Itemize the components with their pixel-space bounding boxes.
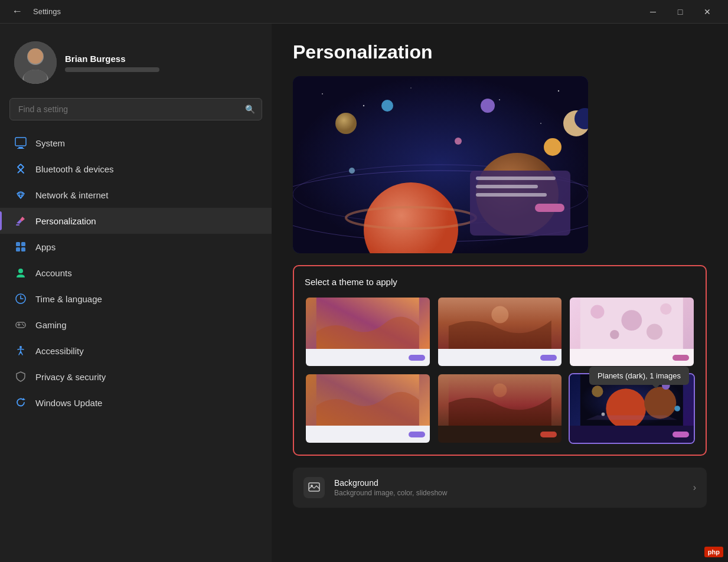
svg-point-24 <box>558 90 559 92</box>
theme-card-1[interactable] <box>305 296 431 367</box>
panel-line-2 <box>476 185 538 188</box>
apps-icon <box>14 240 27 253</box>
time-icon <box>14 292 27 305</box>
sidebar-label-gaming: Gaming <box>35 320 67 330</box>
theme-2-color <box>540 355 557 361</box>
wallpaper-panel <box>470 171 570 236</box>
search-input[interactable] <box>9 98 262 120</box>
svg-point-56 <box>662 382 670 390</box>
sidebar-label-network: Network & internet <box>35 190 108 200</box>
theme-card-4[interactable] <box>305 373 431 444</box>
svg-point-22 <box>410 87 412 89</box>
sidebar-item-apps[interactable]: Apps <box>0 234 272 260</box>
svg-rect-5 <box>15 138 26 146</box>
svg-point-38 <box>455 138 462 145</box>
svg-rect-8 <box>16 224 19 226</box>
theme-3-bg <box>570 298 694 349</box>
sidebar-label-update: Windows Update <box>35 398 102 408</box>
theme-3-color <box>672 355 689 361</box>
title-bar: ← Settings ─ □ ✕ <box>0 0 728 24</box>
title-bar-controls: ─ □ ✕ <box>639 0 721 24</box>
svg-point-51 <box>493 383 507 397</box>
main-content: Personalization <box>272 24 728 562</box>
theme-card-3[interactable] <box>569 296 695 367</box>
svg-point-23 <box>499 99 500 100</box>
background-section[interactable]: Background Background image, color, slid… <box>293 468 707 508</box>
title-bar-title: Settings <box>33 7 61 16</box>
theme-1-bg <box>306 298 430 349</box>
theme-6-color <box>672 432 689 437</box>
user-info: Brian Burgess <box>65 54 159 72</box>
page-title: Personalization <box>293 41 707 63</box>
title-bar-left: ← Settings <box>7 3 61 20</box>
user-email-bar <box>65 67 159 72</box>
accessibility-icon <box>14 344 27 357</box>
svg-point-55 <box>592 385 603 397</box>
svg-point-34 <box>544 138 561 156</box>
svg-point-35 <box>381 100 393 112</box>
svg-point-57 <box>675 406 681 411</box>
svg-point-20 <box>322 93 323 94</box>
svg-point-17 <box>23 325 24 326</box>
svg-point-21 <box>363 105 364 106</box>
close-button[interactable]: ✕ <box>694 0 721 24</box>
theme-2-footer <box>438 349 562 366</box>
theme-3-footer <box>570 349 694 366</box>
bluetooth-icon <box>14 162 27 175</box>
sidebar-item-accessibility[interactable]: Accessibility <box>0 338 272 364</box>
svg-point-42 <box>491 306 508 324</box>
svg-rect-10 <box>21 242 25 246</box>
maximize-button[interactable]: □ <box>667 0 694 24</box>
background-subtitle: Background image, color, slideshow <box>334 489 447 497</box>
theme-section: Select a theme to apply <box>293 265 707 456</box>
theme-2-bg <box>438 298 562 349</box>
gaming-icon <box>14 318 27 331</box>
theme-card-2[interactable] <box>437 296 563 367</box>
theme-5-color <box>540 432 557 437</box>
minimize-button[interactable]: ─ <box>639 0 667 24</box>
sidebar-label-privacy: Privacy & security <box>35 372 106 382</box>
svg-point-3 <box>28 48 43 64</box>
svg-point-47 <box>610 330 619 339</box>
theme-6-footer <box>570 426 694 443</box>
sidebar-item-privacy[interactable]: Privacy & security <box>0 364 272 390</box>
sidebar-item-system[interactable]: System <box>0 130 272 156</box>
search-box: 🔍 <box>9 98 262 120</box>
theme-4-bg <box>306 374 430 426</box>
background-title: Background <box>334 478 447 488</box>
sidebar-label-accounts: Accounts <box>35 268 72 278</box>
sidebar-label-accessibility: Accessibility <box>35 346 84 356</box>
theme-1-footer <box>306 349 430 366</box>
background-chevron-icon: › <box>693 482 696 493</box>
nav-list: System Bluetooth & devices <box>0 130 272 416</box>
theme-5-bg <box>438 374 562 426</box>
sidebar-item-bluetooth[interactable]: Bluetooth & devices <box>0 156 272 182</box>
sidebar-item-gaming[interactable]: Gaming <box>0 312 272 338</box>
theme-card-6[interactable] <box>569 373 695 444</box>
svg-rect-12 <box>21 247 25 251</box>
svg-point-39 <box>349 168 355 174</box>
sidebar-item-accounts[interactable]: Accounts <box>0 260 272 286</box>
privacy-icon <box>14 370 27 383</box>
background-info: Background Background image, color, slid… <box>334 478 447 497</box>
sidebar-item-network[interactable]: Network & internet <box>0 182 272 208</box>
sidebar-item-time[interactable]: Time & language <box>0 286 272 312</box>
avatar <box>14 41 57 84</box>
panel-line-3 <box>476 193 547 197</box>
sidebar-item-update[interactable]: Windows Update <box>0 390 272 416</box>
system-icon <box>14 136 27 149</box>
app-container: Brian Burgess 🔍 System Bluet <box>0 24 728 562</box>
wallpaper-preview <box>293 76 588 253</box>
theme-5-footer <box>438 426 562 443</box>
svg-point-48 <box>647 324 662 339</box>
svg-rect-6 <box>18 147 23 148</box>
accounts-icon <box>14 266 27 279</box>
user-profile[interactable]: Brian Burgess <box>0 35 272 98</box>
sidebar-item-personalization[interactable]: Personalization <box>0 208 272 234</box>
svg-rect-9 <box>16 242 20 246</box>
svg-point-61 <box>311 485 313 487</box>
theme-card-5[interactable] <box>437 373 563 444</box>
panel-lines <box>476 177 564 197</box>
background-icon <box>303 477 325 498</box>
back-button[interactable]: ← <box>7 3 27 20</box>
